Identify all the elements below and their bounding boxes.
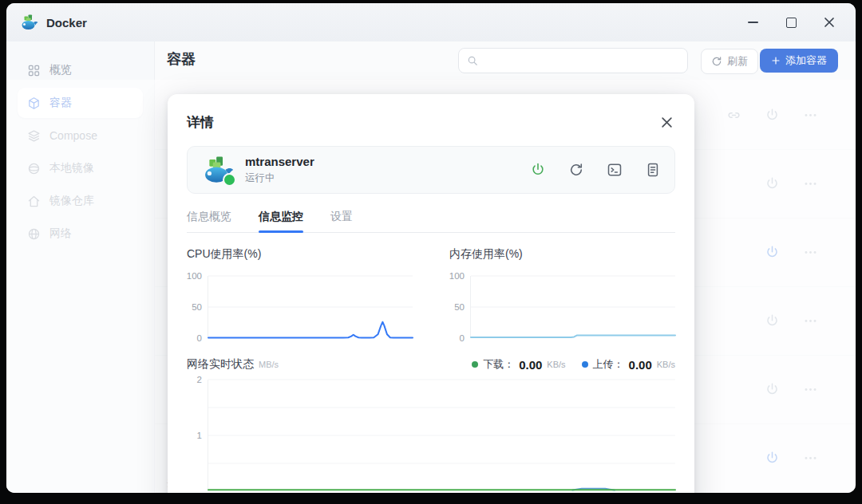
memory-line-chart (471, 276, 675, 338)
minimize-button[interactable] (739, 12, 766, 33)
network-section-header: 网络实时状态 MB/s 下载： 0.00 KB/s 上传： 0.00 KB/s (187, 357, 675, 372)
container-identity: mtranserver 运行中 (245, 155, 314, 185)
tab-info-overview[interactable]: 信息概览 (187, 210, 231, 232)
refresh-icon (711, 56, 722, 67)
memory-y-axis: 050100 (449, 276, 470, 338)
logs-button[interactable] (644, 161, 662, 179)
maximize-button[interactable] (777, 12, 805, 33)
terminal-icon (607, 162, 623, 178)
upload-value: 0.00 (629, 358, 652, 372)
search-input[interactable] (458, 48, 688, 73)
memory-chart-title: 内存使用率(%) (449, 247, 675, 262)
terminal-button[interactable] (606, 161, 623, 179)
charts-row: CPU使用率(%) 050100 内存使用率(%) 050100 (187, 247, 675, 338)
search-icon (467, 55, 478, 66)
restart-icon (568, 162, 584, 178)
titlebar: Docker (6, 3, 856, 41)
cpu-chart: CPU使用率(%) 050100 (187, 247, 413, 338)
network-y-axis: 12 (187, 380, 208, 491)
modal-tabs: 信息概览 信息监控 设置 (187, 210, 675, 233)
network-legend: 下载： 0.00 KB/s 上传： 0.00 KB/s (472, 357, 675, 372)
tab-info-monitoring[interactable]: 信息监控 (259, 210, 303, 232)
restart-container-button[interactable] (567, 161, 585, 179)
upload-dot-icon (582, 361, 588, 368)
plus-icon (771, 56, 781, 65)
close-modal-button[interactable] (658, 114, 675, 132)
upload-legend: 上传： 0.00 KB/s (582, 357, 675, 372)
close-icon (824, 17, 835, 28)
network-title: 网络实时状态 (187, 357, 254, 372)
download-value: 0.00 (519, 358, 542, 372)
power-icon (530, 162, 546, 178)
memory-plot (470, 276, 675, 338)
add-container-label: 添加容器 (785, 53, 827, 68)
tab-settings[interactable]: 设置 (330, 210, 353, 232)
refresh-label: 刷新 (727, 54, 748, 69)
grid-icon (27, 64, 41, 77)
page-title: 容器 (167, 49, 196, 69)
container-name: mtranserver (245, 155, 314, 170)
refresh-button[interactable]: 刷新 (701, 49, 758, 74)
upload-unit: KB/s (657, 360, 675, 369)
stop-container-button[interactable] (529, 161, 547, 179)
details-modal: 详情 (168, 94, 694, 493)
page-header: 容器 刷新 添加容器 (155, 41, 856, 81)
modal-header: 详情 (187, 113, 675, 132)
cpu-chart-title: CPU使用率(%) (187, 247, 413, 262)
cpu-y-axis: 050100 (187, 276, 208, 338)
close-window-button[interactable] (816, 12, 843, 33)
modal-title: 详情 (187, 113, 214, 132)
download-label: 下载： (483, 357, 514, 372)
add-container-button[interactable]: 添加容器 (760, 49, 838, 73)
maximize-icon (786, 18, 797, 28)
download-legend: 下载： 0.00 KB/s (472, 357, 565, 372)
network-unit: MB/s (259, 360, 279, 369)
app-title: Docker (46, 16, 87, 30)
minimize-icon (748, 22, 758, 23)
network-plot (208, 380, 675, 491)
download-unit: KB/s (547, 360, 565, 369)
network-chart: 12 (187, 380, 675, 491)
cpu-line-chart (208, 276, 413, 338)
main-area: 概览 容器 Compose 本地镜像 (6, 41, 856, 493)
upload-label: 上传： (593, 357, 624, 372)
cpu-plot (208, 276, 413, 338)
status-dot (223, 173, 236, 187)
document-icon (645, 162, 661, 178)
container-avatar (200, 153, 234, 187)
container-status: 运行中 (245, 171, 314, 185)
sidebar-item-label: 概览 (49, 63, 72, 77)
window-controls (739, 12, 843, 33)
network-line-chart (208, 380, 675, 491)
app-window: Docker 概览 (6, 3, 856, 493)
close-icon (661, 116, 673, 128)
docker-whale-logo (19, 13, 38, 32)
container-actions (529, 161, 662, 179)
container-card: mtranserver 运行中 (187, 146, 675, 194)
download-dot-icon (472, 361, 478, 368)
memory-chart: 内存使用率(%) 050100 (449, 247, 675, 338)
